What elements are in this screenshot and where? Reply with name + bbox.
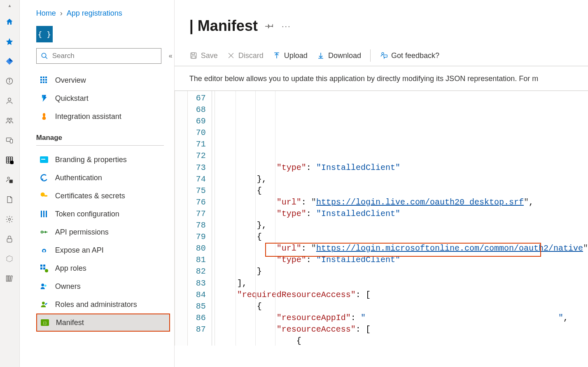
devices-icon[interactable] <box>2 133 17 148</box>
nav-branding[interactable]: Branding & properties <box>36 151 170 169</box>
discard-button[interactable]: Discard <box>227 51 264 60</box>
users-icon[interactable] <box>2 113 17 128</box>
divider <box>36 145 164 146</box>
token-icon <box>40 210 49 218</box>
svg-point-40 <box>41 231 43 233</box>
sidebar: Home › App registrations { } « Overview … <box>20 0 175 367</box>
nav-owners[interactable]: Owners <box>36 277 170 295</box>
nav-app-roles[interactable]: App roles <box>36 259 170 277</box>
code-area[interactable]: "type": "InstalledClient" }, { "url": "h… <box>215 91 588 346</box>
lock-icon[interactable] <box>2 232 17 246</box>
svg-rect-55 <box>192 56 195 58</box>
nav-roles-admins[interactable]: Roles and administrators <box>36 295 170 314</box>
svg-point-47 <box>45 269 48 272</box>
feedback-button[interactable]: Got feedback? <box>380 51 439 60</box>
discard-icon <box>227 51 235 60</box>
svg-rect-17 <box>7 239 12 242</box>
gear-icon[interactable] <box>2 212 17 227</box>
svg-point-13 <box>10 161 14 164</box>
branding-icon <box>40 156 49 163</box>
info-icon[interactable] <box>2 74 17 88</box>
gutter <box>175 91 188 346</box>
expose-icon <box>40 246 49 254</box>
upload-icon <box>273 51 281 60</box>
quickstart-icon <box>40 94 49 102</box>
diamond-icon[interactable] <box>2 54 17 69</box>
json-editor[interactable]: 6768697071727374757677787980818283848586… <box>175 91 588 346</box>
svg-rect-33 <box>41 159 45 160</box>
svg-rect-36 <box>44 195 47 196</box>
download-icon <box>317 51 325 60</box>
svg-rect-43 <box>40 265 42 267</box>
more-icon[interactable]: ··· <box>282 21 291 31</box>
library-icon[interactable] <box>2 271 17 286</box>
svg-point-50 <box>42 302 45 304</box>
authentication-icon <box>40 174 49 182</box>
svg-rect-18 <box>7 276 8 281</box>
nav-api-permissions[interactable]: API permissions <box>36 223 170 241</box>
nav-label: API permissions <box>55 228 109 237</box>
line-numbers: 6768697071727374757677787980818283848586… <box>188 91 209 346</box>
nav-label: Overview <box>55 76 86 85</box>
svg-rect-46 <box>43 267 45 269</box>
cube-dotted-icon[interactable] <box>2 251 17 266</box>
nav-integration[interactable]: Integration assistant <box>36 107 170 125</box>
svg-rect-45 <box>40 267 42 269</box>
svg-rect-44 <box>43 265 45 267</box>
nav-manifest[interactable]: {} Manifest <box>36 314 170 332</box>
nav-expose[interactable]: Expose an API <box>36 241 170 259</box>
home-icon[interactable] <box>2 14 17 29</box>
nav-overview[interactable]: Overview <box>36 71 170 89</box>
svg-point-42 <box>43 250 45 252</box>
breadcrumb-sep-icon: › <box>60 9 63 18</box>
app-roles-icon <box>40 264 49 272</box>
nav-authentication[interactable]: Authentication <box>36 169 170 187</box>
breadcrumb-page[interactable]: App registrations <box>67 9 122 18</box>
user-icon[interactable] <box>2 93 17 108</box>
nav-certificates[interactable]: Certificates & secrets <box>36 187 170 205</box>
breadcrumb-home[interactable]: Home <box>36 9 56 18</box>
svg-rect-7 <box>10 139 13 143</box>
certificates-icon <box>40 192 49 200</box>
svg-rect-28 <box>45 79 47 81</box>
grid-icon[interactable] <box>2 153 17 167</box>
collapse-icon[interactable]: « <box>169 52 173 60</box>
save-button[interactable]: Save <box>189 51 218 60</box>
svg-rect-54 <box>192 53 195 54</box>
pin-icon[interactable] <box>265 21 274 31</box>
svg-rect-19 <box>9 276 10 281</box>
search-field[interactable] <box>52 52 157 60</box>
svg-point-21 <box>42 53 46 58</box>
identity-icon[interactable] <box>2 172 17 187</box>
nav-token[interactable]: Token configuration <box>36 205 170 223</box>
svg-rect-37 <box>41 211 42 217</box>
search-input[interactable] <box>36 48 161 64</box>
svg-point-3 <box>8 98 11 101</box>
svg-rect-30 <box>43 81 44 83</box>
upload-button[interactable]: Upload <box>273 51 308 60</box>
svg-line-22 <box>45 57 47 59</box>
section-manage: Manage <box>36 134 170 142</box>
app-registrations-icon: { } <box>36 26 53 42</box>
svg-point-4 <box>7 118 9 120</box>
api-permissions-icon <box>40 228 49 236</box>
star-icon[interactable] <box>2 34 17 49</box>
download-button[interactable]: Download <box>317 51 361 60</box>
svg-rect-15 <box>9 180 13 183</box>
svg-rect-31 <box>45 81 47 83</box>
svg-rect-25 <box>45 77 47 78</box>
nav-label: App roles <box>55 264 86 273</box>
document-icon[interactable] <box>2 192 17 207</box>
svg-rect-39 <box>46 211 47 217</box>
toolbar: Save Discard Upload Download Got feedbac… <box>175 35 588 66</box>
nav-label: Branding & properties <box>55 156 127 164</box>
nav-quickstart[interactable]: Quickstart <box>36 89 170 107</box>
nav-label: Manifest <box>56 318 84 327</box>
nav-label: Expose an API <box>55 246 104 255</box>
svg-rect-20 <box>10 276 13 281</box>
integration-icon <box>40 112 49 121</box>
svg-point-34 <box>40 174 48 182</box>
nav-label: Quickstart <box>55 94 89 103</box>
save-icon <box>189 51 198 60</box>
svg-point-5 <box>10 118 12 120</box>
